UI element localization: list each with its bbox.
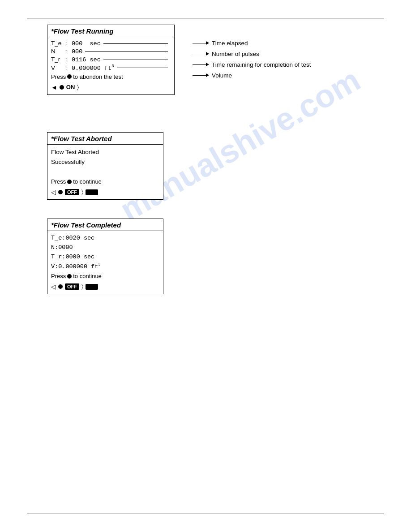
- panel-flow-test-aborted: *Flow Test Aborted Flow Test Aborted Suc…: [47, 132, 163, 200]
- aborted-message: Flow Test Aborted Successfully: [51, 147, 159, 167]
- back-icon-aborted[interactable]: ◁: [51, 189, 56, 196]
- arrow-tr: [193, 63, 209, 66]
- toolbar-running: ◄ ON 〉: [51, 82, 171, 92]
- running-row-n: N : 000: [51, 48, 171, 55]
- value-v: 0.000000 ft3: [72, 64, 114, 72]
- dash-line-v: [117, 68, 168, 68]
- arrow-head-te: [206, 41, 209, 45]
- colon-n: :: [64, 48, 70, 55]
- running-row-tr: T_r : 0116 sec: [51, 56, 171, 63]
- press-label-aborted: Press: [51, 178, 66, 185]
- panel-flow-test-running: *Flow Test Running T_e : 000 sec N : 000…: [47, 25, 175, 95]
- panel-aborted-title: *Flow Test Aborted: [47, 133, 163, 145]
- arrow-n: [193, 52, 209, 56]
- wrench-icon-completed: 〉: [81, 283, 83, 290]
- on-label-running: ON: [66, 84, 75, 90]
- bottom-line: [27, 514, 384, 514]
- press-action-running: to abondon the test: [73, 73, 123, 80]
- label-n: N: [51, 48, 64, 55]
- arrow-te: [193, 41, 209, 45]
- running-row-te: T_e : 000 sec: [51, 40, 171, 47]
- value-te: 000 sec: [72, 40, 101, 47]
- annot-row-4: Volume: [193, 70, 311, 80]
- arrow-head-v: [206, 73, 209, 77]
- arrow-v: [193, 73, 209, 77]
- annot-text-tr: Time remaining for completion of test: [212, 61, 311, 68]
- press-completed: Press to continue: [51, 273, 159, 279]
- press-action-aborted: to continue: [73, 178, 102, 185]
- wrench-icon-aborted: 〉: [81, 189, 83, 196]
- dash-line-tr: [103, 60, 168, 60]
- running-row-v: V : 0.000000 ft3: [51, 64, 171, 72]
- press-label-completed: Press: [51, 273, 66, 279]
- press-aborted: Press to continue: [51, 178, 159, 185]
- arrow-head-tr: [206, 63, 209, 66]
- completed-n: N:0000: [51, 243, 159, 253]
- back-icon-running[interactable]: ◄: [51, 84, 57, 91]
- annot-text-v: Volume: [212, 72, 232, 79]
- circle-icon-aborted: [67, 180, 72, 184]
- label-te: T_e: [51, 40, 64, 47]
- dash-line-te: [103, 43, 168, 44]
- circle-btn-completed[interactable]: [58, 284, 63, 289]
- wrench-icon-running: 〉: [77, 84, 79, 91]
- off-badge-aborted: OFF: [65, 189, 79, 195]
- arrow-shaft-tr: [193, 64, 206, 65]
- black-rect-completed: [86, 284, 98, 290]
- black-rect-aborted: [86, 189, 98, 195]
- value-tr: 0116 sec: [72, 56, 101, 63]
- annot-row-2: Number of pulses: [193, 49, 311, 59]
- colon-tr: :: [64, 56, 70, 63]
- circle-btn-aborted[interactable]: [58, 190, 63, 194]
- toolbar-aborted: ◁ OFF 〉: [51, 187, 159, 197]
- circle-icon-completed: [67, 274, 72, 279]
- arrow-shaft-v: [193, 75, 206, 76]
- annot-text-te: Time elapsed: [212, 40, 248, 47]
- back-icon-completed[interactable]: ◁: [51, 283, 56, 290]
- circle-btn-running[interactable]: [60, 85, 64, 90]
- colon-te: :: [64, 40, 70, 47]
- panel-completed-title: *Flow Test Completed: [47, 219, 163, 231]
- press-action-completed: to continue: [73, 273, 102, 279]
- press-abandon: Press to abondon the test: [51, 73, 171, 80]
- aborted-line1: Flow Test Aborted: [51, 147, 159, 157]
- annot-row-1: Time elapsed: [193, 38, 311, 48]
- label-v: V: [51, 64, 64, 71]
- label-tr: T_r: [51, 56, 64, 63]
- top-line: [27, 18, 384, 18]
- arrow-head-n: [206, 52, 209, 56]
- arrow-shaft-te: [193, 43, 206, 43]
- colon-v: :: [64, 64, 70, 71]
- dash-line-n: [85, 51, 168, 52]
- toolbar-completed: ◁ OFF 〉: [51, 281, 159, 291]
- off-badge-completed: OFF: [65, 283, 79, 290]
- annotation-area: Time elapsed Number of pulses Time remai…: [193, 25, 311, 80]
- annot-row-3: Time remaining for completion of test: [193, 60, 311, 69]
- arrow-shaft-n: [193, 54, 206, 54]
- completed-tr: T_r:0000 sec: [51, 253, 159, 262]
- panel-running-title: *Flow Test Running: [47, 25, 174, 37]
- aborted-line2: Successfully: [51, 157, 159, 167]
- value-n: 000: [72, 48, 82, 55]
- panel-flow-test-completed: *Flow Test Completed T_e:0020 sec N:0000…: [47, 219, 163, 294]
- press-label-running: Press: [51, 73, 66, 80]
- completed-te: T_e:0020 sec: [51, 234, 159, 243]
- completed-v: V:0.000000 ft3: [51, 262, 159, 271]
- annot-text-n: Number of pulses: [212, 51, 259, 57]
- circle-icon-running: [67, 74, 72, 79]
- completed-data: T_e:0020 sec N:0000 T_r:0000 sec V:0.000…: [51, 234, 159, 271]
